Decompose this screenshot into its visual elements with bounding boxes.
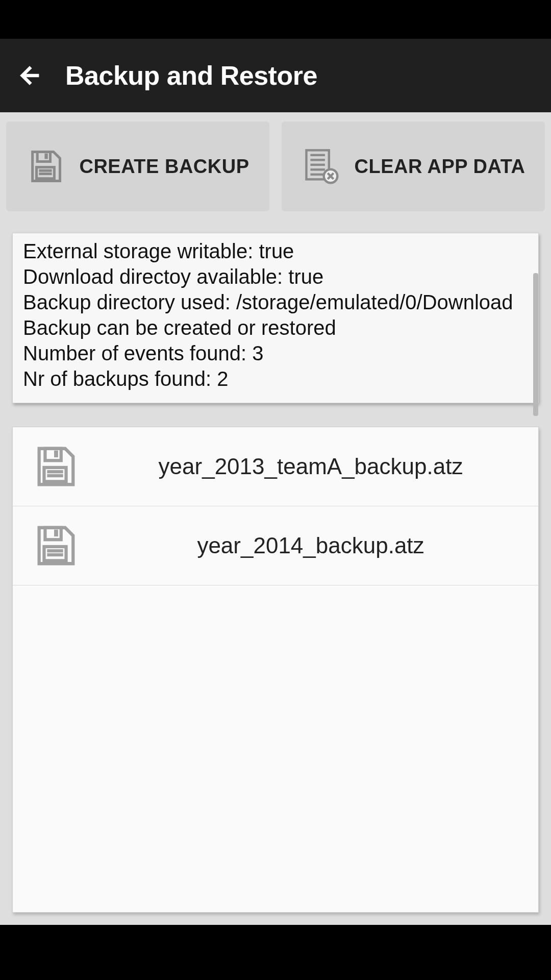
svg-rect-19 [45, 528, 61, 540]
info-line: Nr of backups found: 2 [23, 366, 528, 391]
scrollbar-thumb[interactable] [533, 273, 538, 416]
info-line: Number of events found: 3 [23, 340, 528, 366]
page-title: Backup and Restore [65, 60, 317, 91]
svg-rect-0 [38, 152, 51, 162]
info-line: External storage writable: true [23, 238, 528, 264]
app-screen: Backup and Restore CREATE BACKUP [0, 39, 551, 925]
floppy-icon [31, 443, 79, 491]
svg-rect-15 [54, 451, 58, 457]
clear-app-data-button[interactable]: CLEAR APP DATA [282, 121, 545, 211]
create-backup-label: CREATE BACKUP [79, 156, 249, 178]
svg-rect-1 [45, 154, 48, 159]
info-line: Backup can be created or restored [23, 315, 528, 340]
back-button[interactable] [14, 60, 45, 91]
info-line: Download directoy available: true [23, 264, 528, 289]
floppy-icon [26, 147, 65, 186]
clear-app-data-label: CLEAR APP DATA [355, 156, 525, 178]
status-info-card[interactable]: External storage writable: true Download… [12, 233, 539, 403]
arrow-left-icon [16, 62, 43, 89]
info-line: Backup directory used: /storage/emulated… [23, 289, 528, 315]
svg-rect-14 [45, 449, 61, 461]
svg-rect-20 [54, 530, 58, 536]
list-clear-icon [302, 147, 340, 186]
action-button-row: CREATE BACKUP CLEAR APP DATA [0, 112, 551, 220]
backup-list-item[interactable]: year_2014_backup.atz [13, 506, 538, 585]
backup-list: year_2013_teamA_backup.atz year_2014_bac… [12, 427, 539, 913]
backup-filename: year_2014_backup.atz [102, 533, 520, 558]
create-backup-button[interactable]: CREATE BACKUP [6, 121, 269, 211]
floppy-icon [31, 522, 79, 570]
letterbox-bottom [0, 925, 551, 980]
backup-filename: year_2013_teamA_backup.atz [102, 454, 520, 479]
backup-list-item[interactable]: year_2013_teamA_backup.atz [13, 427, 538, 506]
app-bar: Backup and Restore [0, 39, 551, 112]
letterbox-top [0, 0, 551, 39]
